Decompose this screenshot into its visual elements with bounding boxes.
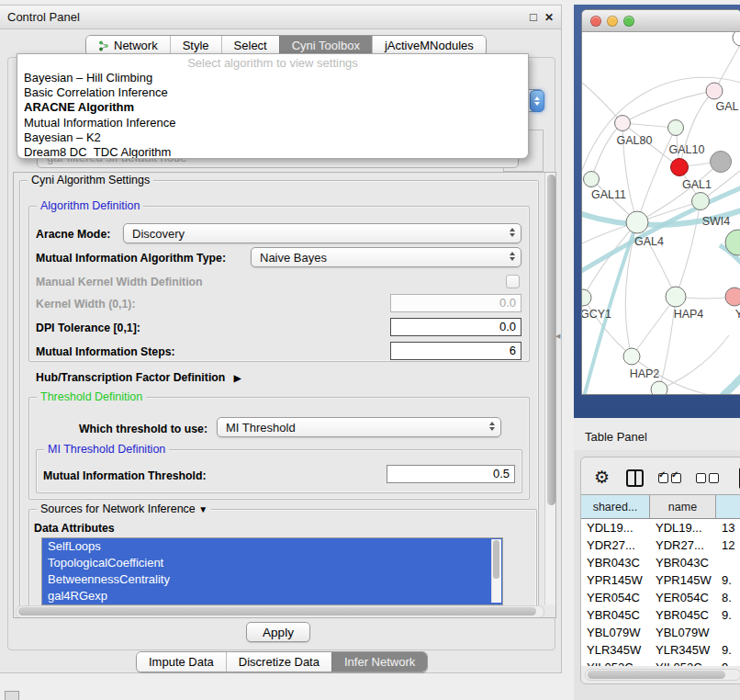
network-node[interactable] <box>711 152 732 173</box>
network-node[interactable] <box>582 289 591 306</box>
settings-gear-icon[interactable]: ⚙ <box>594 468 610 488</box>
dropdown-item-bayesian-k2[interactable]: Bayesian – K2 <box>17 130 528 145</box>
mi-threshold-field[interactable]: 0.5 <box>387 465 515 483</box>
network-node[interactable] <box>584 172 600 187</box>
cell[interactable]: YER054C <box>650 589 716 606</box>
cell[interactable]: 9. <box>716 571 740 589</box>
cell[interactable]: 9. <box>716 641 740 659</box>
table-row[interactable]: YBR043CYBR043C <box>581 554 740 571</box>
tab-network[interactable]: Network <box>86 36 170 55</box>
settings-horizontal-scrollbar[interactable] <box>16 605 544 618</box>
network-edge <box>591 123 622 179</box>
apply-button[interactable]: Apply <box>246 622 310 642</box>
cell[interactable]: YDL19... <box>581 519 650 536</box>
table-horizontal-scrollbar[interactable] <box>585 669 740 681</box>
cell[interactable]: YPR145W <box>581 571 650 589</box>
cell[interactable]: YER054C <box>581 589 650 606</box>
table-row[interactable]: YER054CYER054C8. <box>581 589 740 606</box>
cell[interactable]: YDL19... <box>650 519 716 536</box>
cell[interactable]: 8. <box>716 589 740 606</box>
cell[interactable]: 9. <box>716 659 740 666</box>
float-window-icon[interactable]: □ <box>530 10 537 24</box>
dropdown-item-bayesian-hill-climbing[interactable]: Bayesian – Hill Climbing <box>17 71 528 85</box>
tab-select[interactable]: Select <box>221 36 279 55</box>
cell[interactable]: YBR045C <box>650 606 716 624</box>
dropdown-item-dream8-dc-tdc-algorithm[interactable]: Dream8 DC_TDC Algorithm <box>17 145 528 159</box>
cell[interactable]: 9. <box>716 606 740 624</box>
network-node[interactable] <box>651 381 667 394</box>
tab-infer-network[interactable]: Infer Network <box>331 652 427 672</box>
network-node[interactable] <box>666 287 686 307</box>
table-row[interactable]: YLR345WYLR345W9. <box>581 641 740 659</box>
cell[interactable]: YDR27... <box>650 536 716 554</box>
cell[interactable]: YLR345W <box>581 641 650 659</box>
cell[interactable]: 13 <box>716 519 740 536</box>
cell[interactable]: 12 <box>716 536 740 554</box>
cell[interactable]: YBR043C <box>650 554 716 571</box>
close-button[interactable] <box>590 16 601 27</box>
hub-definition-disclosure[interactable]: Hub/Transcription Factor Definition ▶ <box>36 371 241 384</box>
cell[interactable]: YIL052C <box>581 659 650 666</box>
docked-window-icon[interactable] <box>5 691 19 700</box>
network-node[interactable] <box>733 32 740 46</box>
which-threshold-combo[interactable]: MI Threshold <box>217 417 501 437</box>
dropdown-item-aracne-algorithm[interactable]: ARACNE Algorithm <box>17 100 528 115</box>
settings-vertical-scrollbar[interactable] <box>544 173 556 604</box>
network-node[interactable] <box>668 120 684 136</box>
column-header-2[interactable] <box>716 495 740 519</box>
combo-spinner-icon[interactable] <box>530 90 544 112</box>
list-item-betweennesscentrality[interactable]: BetweennessCentrality <box>42 571 502 588</box>
tab-style[interactable]: Style <box>170 36 221 55</box>
network-node[interactable] <box>725 288 740 306</box>
column-header-name[interactable]: name <box>650 495 716 519</box>
column-layout-icon[interactable] <box>626 469 644 487</box>
cell[interactable]: YBL079W <box>650 624 716 641</box>
cell[interactable]: YBR043C <box>581 554 650 571</box>
list-item-selfloops[interactable]: SelfLoops <box>42 538 502 555</box>
list-item-topologicalcoefficient[interactable]: TopologicalCoefficient <box>42 555 502 571</box>
tab-impute-data[interactable]: Impute Data <box>137 652 226 672</box>
table-row[interactable]: YPR145WYPR145W9. <box>581 571 740 589</box>
cell[interactable]: YDR27... <box>581 536 650 554</box>
cell[interactable]: YPR145W <box>650 571 716 589</box>
column-header-shared[interactable]: shared... <box>581 495 650 519</box>
zoom-button[interactable] <box>623 16 634 27</box>
cell[interactable] <box>716 554 740 571</box>
network-node[interactable] <box>692 193 710 210</box>
network-node[interactable] <box>626 211 648 233</box>
tab-cyni-toolbox[interactable]: Cyni Toolbox <box>279 36 372 55</box>
table-row[interactable]: YDL19...YDL19...13 <box>581 519 740 536</box>
table-row[interactable]: YIL052CYIL052C9. <box>581 659 740 666</box>
cell[interactable]: YBL079W <box>581 624 650 641</box>
dropdown-item-basic-correlation-inference[interactable]: Basic Correlation Inference <box>17 85 528 100</box>
mi-steps-field[interactable]: 6 <box>390 342 521 360</box>
list-scrollbar[interactable] <box>491 539 501 603</box>
tab-discretize-data[interactable]: Discretize Data <box>226 652 331 672</box>
cell[interactable]: YIL052C <box>650 659 716 666</box>
dropdown-item-mutual-information-inference[interactable]: Mutual Information Inference <box>17 116 528 130</box>
data-attributes-list[interactable]: SelfLoopsTopologicalCoefficientBetweenne… <box>41 537 503 605</box>
panel-divider-collapse-icon[interactable]: ◀ <box>555 333 560 340</box>
cell[interactable]: YLR345W <box>650 641 716 659</box>
mi-type-combo[interactable]: Naive Bayes <box>251 247 521 267</box>
cell[interactable]: YBR045C <box>581 606 650 624</box>
deselect-all-columns-icon[interactable] <box>696 473 719 483</box>
list-item-gal4rgexp[interactable]: gal4RGexp <box>42 588 502 604</box>
cell[interactable] <box>716 624 740 641</box>
minimize-button[interactable] <box>607 16 618 27</box>
select-all-columns-icon[interactable]: ✓ ✓ <box>658 473 681 483</box>
tab-jactivemnodules[interactable]: jActiveMNodules <box>372 36 486 55</box>
table-row[interactable]: YBL079WYBL079W <box>581 624 740 641</box>
chevron-down-icon[interactable]: ▼ <box>198 504 207 514</box>
network-canvas[interactable]: GALGAL80GAL10GAL1GAL11GAL4SWI4HAP4YGCY1H… <box>582 32 740 394</box>
network-node[interactable] <box>623 348 640 365</box>
dpi-tolerance-field[interactable]: 0.0 <box>390 318 521 336</box>
manual-kernel-checkbox[interactable] <box>506 275 520 288</box>
network-node[interactable] <box>615 116 631 131</box>
network-node[interactable] <box>706 83 723 99</box>
table-row[interactable]: YBR045CYBR045C9. <box>581 606 740 624</box>
network-node[interactable] <box>671 159 689 176</box>
close-icon[interactable]: ✕ <box>544 11 554 24</box>
aracne-mode-combo[interactable]: Discovery <box>123 223 521 243</box>
table-row[interactable]: YDR27...YDR27...12 <box>581 536 740 554</box>
